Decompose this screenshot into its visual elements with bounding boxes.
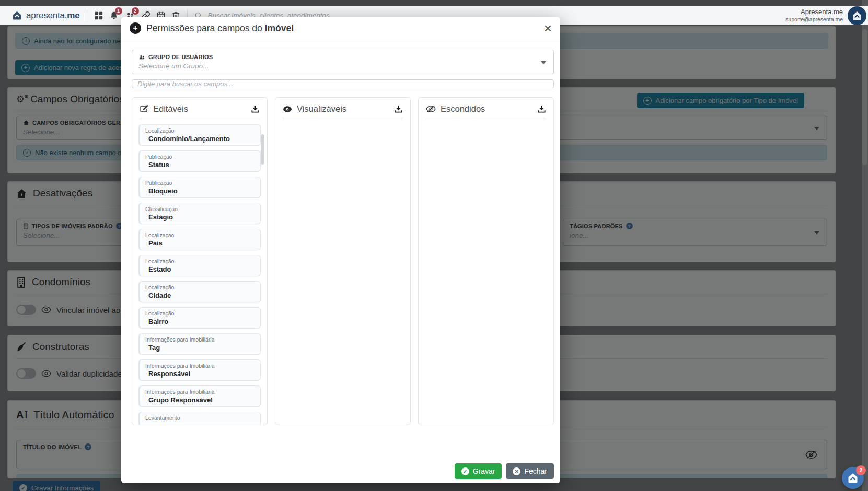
- user-group-label: GRUPO DE USUÁRIOS: [138, 54, 547, 60]
- permissions-modal: + Permissões para campos do Imóvel × GRU…: [121, 17, 560, 483]
- field-card[interactable]: Classificação Estágio: [138, 203, 261, 224]
- eye-slash-icon: [426, 105, 436, 113]
- x-circle-icon: ✕: [513, 467, 520, 475]
- field-name: [148, 422, 255, 425]
- field-name: Bloqueio: [148, 187, 255, 195]
- close-button[interactable]: ✕ Fechar: [506, 463, 554, 479]
- field-name: Grupo Responsável: [148, 396, 255, 404]
- users-badge: 2: [132, 7, 139, 15]
- avatar[interactable]: [848, 6, 866, 25]
- field-card[interactable]: Levantamento: [138, 412, 261, 425]
- modal-body: GRUPO DE USUÁRIOS Selecione um Grupo... …: [121, 40, 560, 425]
- field-search-input[interactable]: [132, 79, 554, 88]
- user-group-select[interactable]: GRUPO DE USUÁRIOS Selecione um Grupo...: [132, 50, 554, 74]
- field-name: Estado: [148, 265, 255, 274]
- field-category: Localização: [145, 127, 255, 134]
- download-icon[interactable]: [251, 104, 260, 113]
- field-category: Localização: [145, 284, 255, 291]
- escondidos-field-list: [419, 119, 553, 425]
- check-circle-icon: ✓: [461, 467, 469, 475]
- field-card[interactable]: Publicação Status: [138, 150, 261, 172]
- field-category: Informações para Imobiliária: [145, 388, 255, 395]
- field-card[interactable]: Localização Bairro: [138, 307, 261, 329]
- chat-badge: 2: [856, 465, 866, 475]
- save-button[interactable]: ✓ Gravar: [455, 463, 502, 479]
- notifications-badge: 1: [115, 7, 122, 15]
- account-info: Apresenta.me suporte@apresenta.me: [785, 8, 843, 23]
- field-card[interactable]: Localização Cidade: [138, 281, 261, 302]
- field-name: Condomínio/Lançamento: [148, 135, 255, 143]
- account-email: suporte@apresenta.me: [785, 16, 843, 23]
- apps-grid-icon[interactable]: [94, 11, 103, 20]
- brand-logo-icon: [11, 10, 22, 21]
- modal-title: Permissões para campos do Imóvel: [146, 23, 294, 34]
- field-card[interactable]: Informações para Imobiliária Grupo Respo…: [138, 385, 261, 407]
- user-group-placeholder: Selecione um Grupo...: [138, 62, 547, 70]
- field-name: Responsável: [148, 370, 255, 378]
- field-card[interactable]: Informações para Imobiliária Responsável: [138, 359, 261, 381]
- field-card[interactable]: Localização Condomínio/Lançamento: [138, 124, 261, 146]
- permission-columns: Editáveis Localização Condomínio/Lançame…: [132, 97, 554, 425]
- close-button-label: Fechar: [524, 467, 547, 475]
- edit-icon: [140, 104, 148, 113]
- field-category: Publicação: [145, 179, 255, 186]
- column-editaveis: Editáveis Localização Condomínio/Lançame…: [132, 97, 268, 425]
- field-category: Localização: [145, 310, 255, 317]
- column-visualizaveis-header: Visualizáveis: [275, 98, 410, 119]
- field-card[interactable]: Localização País: [138, 229, 261, 250]
- caret-down-icon: [541, 61, 546, 64]
- brand-logo-icon: [851, 10, 863, 21]
- field-card[interactable]: Publicação Bloqueio: [138, 177, 261, 198]
- chat-fab[interactable]: 2: [842, 467, 864, 489]
- account-name: Apresenta.me: [785, 8, 843, 16]
- field-name: Status: [148, 161, 255, 169]
- modal-footer: ✓ Gravar ✕ Fechar: [121, 425, 560, 483]
- column-escondidos-label: Escondidos: [441, 104, 485, 114]
- column-escondidos: Escondidos: [418, 97, 554, 425]
- field-name: País: [148, 239, 255, 248]
- column-editaveis-header: Editáveis: [132, 98, 267, 119]
- download-icon[interactable]: [537, 104, 546, 113]
- field-name: Estágio: [148, 213, 255, 221]
- field-category: Informações para Imobiliária: [145, 336, 255, 343]
- editaveis-field-list: Localização Condomínio/Lançamento Public…: [132, 119, 267, 425]
- column-escondidos-header: Escondidos: [419, 98, 553, 119]
- field-category: Informações para Imobiliária: [145, 362, 255, 369]
- visualizaveis-field-list: [275, 119, 410, 425]
- field-category: Classificação: [145, 205, 255, 213]
- field-name: Tag: [148, 344, 255, 352]
- brand-name: apresenta.me: [26, 10, 80, 21]
- close-icon[interactable]: ×: [544, 22, 552, 34]
- field-name: Cidade: [148, 291, 255, 300]
- field-card[interactable]: Localização Estado: [138, 255, 261, 276]
- plus-circle-icon: +: [130, 22, 141, 34]
- field-category: Levantamento: [145, 414, 255, 422]
- field-category: Localização: [145, 258, 255, 265]
- eye-icon: [283, 106, 292, 113]
- column-visualizaveis: Visualizáveis: [275, 97, 411, 425]
- save-button-label: Gravar: [473, 467, 495, 475]
- divider: [87, 10, 87, 21]
- column-visualizaveis-label: Visualizáveis: [297, 104, 346, 114]
- field-category: Publicação: [145, 153, 255, 160]
- field-name: Bairro: [148, 318, 255, 326]
- column-editaveis-label: Editáveis: [153, 104, 188, 114]
- bell-icon[interactable]: 1: [109, 11, 119, 20]
- modal-header: + Permissões para campos do Imóvel ×: [121, 17, 560, 40]
- field-card[interactable]: Informações para Imobiliária Tag: [138, 333, 261, 355]
- field-category: Localização: [145, 231, 255, 239]
- download-icon[interactable]: [394, 104, 403, 113]
- brand-logo[interactable]: apresenta.me: [11, 10, 80, 21]
- users-icon: [138, 54, 145, 60]
- column-scrollbar[interactable]: [261, 134, 264, 165]
